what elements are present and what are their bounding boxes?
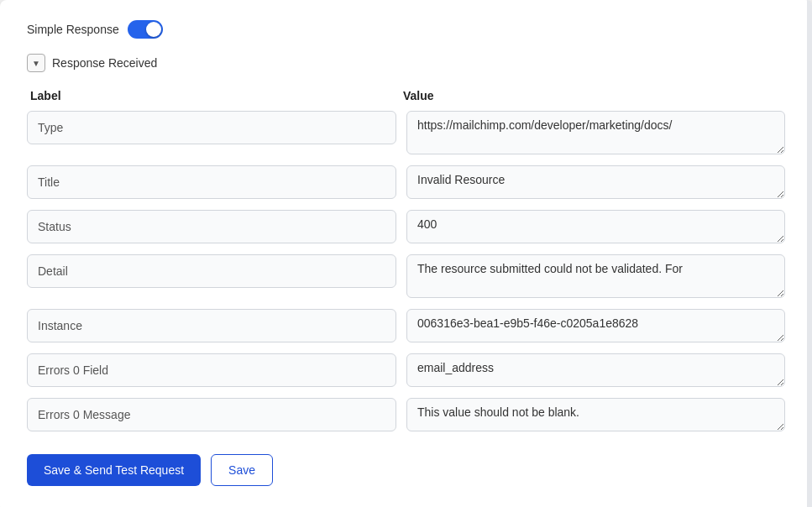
label-input-title[interactable] — [27, 165, 396, 199]
response-received-label: Response Received — [52, 56, 157, 70]
label-input-errors-0-field[interactable] — [27, 353, 396, 387]
value-input-errors-0-field[interactable] — [406, 353, 785, 387]
value-column-header: Value — [396, 89, 785, 102]
field-row-type — [27, 111, 785, 157]
value-wrapper-detail — [406, 254, 785, 301]
value-input-errors-0-message[interactable] — [406, 398, 785, 431]
response-received-row: ▼ Response Received — [27, 54, 785, 72]
label-column-header: Label — [27, 89, 396, 102]
simple-response-row: Simple Response — [27, 20, 785, 39]
simple-response-label: Simple Response — [27, 23, 119, 36]
value-wrapper-errors-0-message — [406, 398, 785, 434]
label-input-type[interactable] — [27, 111, 396, 144]
main-panel: Simple Response ▼ Response Received Labe… — [0, 0, 812, 507]
save-button[interactable]: Save — [211, 454, 273, 486]
columns-header: Label Value — [27, 89, 785, 102]
value-input-title[interactable] — [406, 165, 785, 199]
value-input-type[interactable] — [406, 111, 785, 154]
simple-response-toggle[interactable] — [128, 20, 163, 39]
value-wrapper-status — [406, 210, 785, 246]
right-scroll-border — [807, 0, 812, 507]
response-received-collapse-icon[interactable]: ▼ — [27, 54, 45, 72]
value-input-instance[interactable] — [406, 309, 785, 342]
value-input-detail[interactable] — [406, 254, 785, 298]
value-wrapper-title — [406, 165, 785, 201]
label-input-errors-0-message[interactable] — [27, 398, 396, 431]
value-wrapper-instance — [406, 309, 785, 345]
buttons-row: Save & Send Test Request Save — [27, 454, 785, 486]
label-input-status[interactable] — [27, 210, 396, 243]
label-input-instance[interactable] — [27, 309, 396, 342]
save-send-button[interactable]: Save & Send Test Request — [27, 454, 201, 486]
field-row-detail — [27, 254, 785, 301]
value-input-status[interactable] — [406, 210, 785, 243]
field-row-errors-0-message — [27, 398, 785, 434]
fields-container — [27, 111, 785, 434]
value-wrapper-type — [406, 111, 785, 157]
field-row-title — [27, 165, 785, 201]
field-row-instance — [27, 309, 785, 345]
label-input-detail[interactable] — [27, 254, 396, 288]
field-row-errors-0-field — [27, 353, 785, 389]
field-row-status — [27, 210, 785, 246]
value-wrapper-errors-0-field — [406, 353, 785, 389]
